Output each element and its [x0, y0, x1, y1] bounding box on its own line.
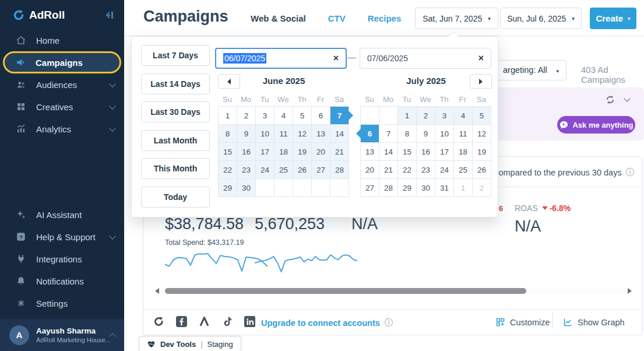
day-cell[interactable]: 18	[275, 143, 293, 161]
clear-end-icon[interactable]: ×	[478, 54, 484, 63]
day-cell[interactable]: 16	[237, 143, 256, 161]
day-cell[interactable]: 2	[417, 107, 435, 125]
tab-ctv[interactable]: CTV	[328, 13, 346, 23]
sidebar-item-analytics[interactable]: Analytics	[0, 118, 124, 140]
info-icon[interactable]: ⓘ	[626, 167, 634, 178]
day-cell[interactable]: 21	[330, 143, 349, 161]
h-scrollbar-thumb[interactable]	[165, 288, 526, 294]
clear-start-icon[interactable]: ×	[333, 54, 339, 63]
sidebar-item-creatives[interactable]: Creatives	[0, 96, 124, 118]
day-cell[interactable]: 10	[256, 125, 275, 143]
preset-this-month[interactable]: This Month	[141, 158, 210, 179]
day-cell[interactable]: 19	[293, 143, 312, 161]
day-cell[interactable]: 24	[435, 161, 454, 179]
day-cell[interactable]: 13	[361, 143, 379, 161]
scroll-right-icon[interactable]	[628, 288, 632, 294]
day-cell[interactable]: 30	[237, 179, 256, 197]
day-cell[interactable]: 29	[398, 179, 417, 197]
day-cell[interactable]: 26	[473, 161, 491, 179]
start-date-input[interactable]: 06/07/2025 ×	[215, 48, 347, 69]
day-cell[interactable]: 2	[237, 107, 256, 125]
day-cell[interactable]: 7	[379, 125, 398, 143]
customize-button[interactable]: Customize	[495, 317, 550, 327]
day-cell[interactable]: 4	[454, 107, 473, 125]
calendar-prev-button[interactable]	[218, 74, 240, 89]
day-cell[interactable]: 4	[275, 107, 293, 125]
dev-tools-badge[interactable]: Dev Tools | Staging	[139, 336, 241, 351]
day-cell[interactable]: 13	[312, 125, 330, 143]
sidebar-item-home[interactable]: Home	[0, 29, 124, 51]
preset-today[interactable]: Today	[141, 187, 210, 208]
day-cell[interactable]: 20	[361, 161, 379, 179]
day-cell[interactable]: 27	[361, 179, 379, 197]
day-cell[interactable]: 14	[330, 125, 349, 143]
day-cell[interactable]: 19	[473, 143, 491, 161]
day-cell[interactable]: 28	[379, 179, 398, 197]
day-cell[interactable]: 22	[219, 161, 237, 179]
sidebar-collapse-icon[interactable]	[103, 9, 115, 21]
day-cell[interactable]: 21	[379, 161, 398, 179]
scroll-left-icon[interactable]	[155, 288, 159, 294]
preset-last-30-days[interactable]: Last 30 Days	[141, 101, 210, 122]
create-button[interactable]: Create ▾	[590, 8, 636, 29]
day-cell[interactable]: 23	[237, 161, 256, 179]
day-cell[interactable]: 1	[219, 107, 237, 125]
day-cell[interactable]: 5	[473, 107, 491, 125]
day-cell[interactable]: 25	[454, 161, 473, 179]
day-cell[interactable]: 25	[275, 161, 293, 179]
day-cell[interactable]: 20	[312, 143, 330, 161]
ask-me-anything-button[interactable]: Ask me anything	[557, 116, 635, 134]
day-cell[interactable]: 17	[435, 143, 454, 161]
day-cell[interactable]: 15	[219, 143, 237, 161]
sidebar-item-help-support[interactable]: ?Help & Support	[0, 226, 124, 248]
sidebar-item-integrations[interactable]: Integrations	[0, 248, 124, 270]
day-cell[interactable]: 10	[435, 125, 454, 143]
day-cell[interactable]: 1	[454, 179, 473, 197]
end-date-button[interactable]: Sun, Jul 6, 2025 ▾	[500, 8, 582, 29]
day-cell[interactable]: 29	[219, 179, 237, 197]
day-cell[interactable]: 27	[312, 161, 330, 179]
sidebar-item-audiences[interactable]: Audiences	[0, 73, 124, 96]
day-cell[interactable]: 3	[435, 107, 454, 125]
preset-last-month[interactable]: Last Month	[141, 130, 210, 151]
sidebar-item-settings[interactable]: Settings	[0, 292, 124, 314]
linkedin-icon[interactable]	[244, 316, 255, 327]
upgrade-link[interactable]: Upgrade to connect accounts	[261, 318, 380, 328]
day-cell[interactable]: 9	[417, 125, 435, 143]
sidebar-item-campaigns[interactable]: Campaigns	[3, 51, 121, 73]
user-profile[interactable]: A Aayush Sharma AdRoll Marketing House..…	[0, 319, 124, 351]
day-cell[interactable]: 14	[379, 143, 398, 161]
show-graph-button[interactable]: Show Graph	[563, 317, 625, 327]
sidebar-item-notifications[interactable]: Notifications	[0, 270, 124, 292]
day-cell[interactable]: 15	[398, 143, 417, 161]
adroll-logo[interactable]: AdRoll	[13, 9, 65, 22]
day-cell[interactable]: 11	[275, 125, 293, 143]
day-cell[interactable]: 28	[330, 161, 349, 179]
day-cell[interactable]: 16	[417, 143, 435, 161]
tab-web-social[interactable]: Web & Social	[251, 13, 306, 23]
day-cell[interactable]: 8	[219, 125, 237, 143]
tab-recipes[interactable]: Recipes	[368, 13, 402, 23]
day-cell[interactable]: 26	[293, 161, 312, 179]
day-cell[interactable]: 7	[330, 107, 349, 125]
day-cell[interactable]: 24	[256, 161, 275, 179]
day-cell[interactable]: 11	[454, 125, 473, 143]
end-date-input[interactable]: 07/06/2025 ×	[360, 48, 491, 69]
refresh-icon[interactable]	[605, 94, 615, 105]
adroll-icon[interactable]	[153, 316, 164, 327]
day-cell[interactable]: 8	[398, 125, 417, 143]
info-icon[interactable]: ⓘ	[385, 318, 393, 328]
google-ads-icon[interactable]	[199, 316, 210, 327]
start-date-button[interactable]: Sat, Jun 7, 2025 ▾	[415, 8, 498, 29]
preset-last-7-days[interactable]: Last 7 Days	[141, 45, 210, 66]
day-cell[interactable]: 6	[361, 125, 379, 143]
day-cell[interactable]: 12	[473, 125, 491, 143]
day-cell[interactable]: 23	[417, 161, 435, 179]
calendar-next-button[interactable]	[470, 74, 492, 89]
day-cell[interactable]: 6	[312, 107, 330, 125]
day-cell[interactable]: 31	[435, 179, 454, 197]
day-cell[interactable]: 30	[417, 179, 435, 197]
preset-last-14-days[interactable]: Last 14 Days	[141, 73, 210, 94]
day-cell[interactable]: 1	[398, 107, 417, 125]
day-cell[interactable]: 12	[293, 125, 312, 143]
